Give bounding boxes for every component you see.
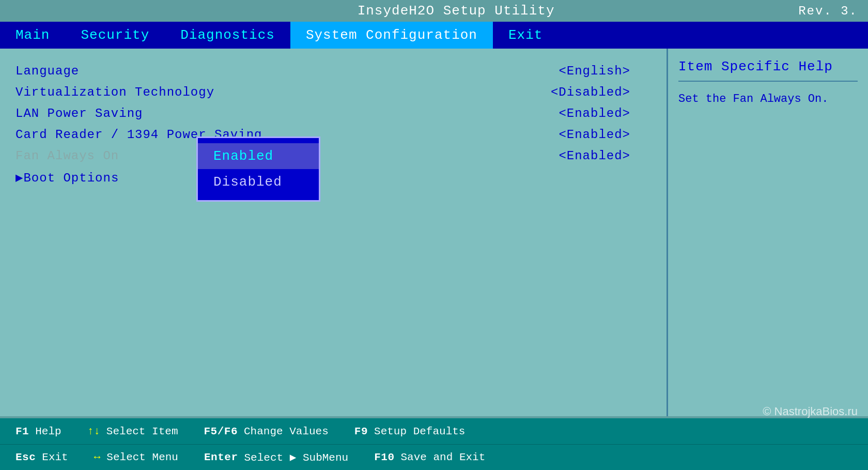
setting-label: LAN Power Saving [16,107,143,120]
setting-row[interactable]: LAN Power Saving<Enabled> [16,107,651,120]
menu-item-diagnostics[interactable]: Diagnostics [165,22,290,49]
app-title: InsydeH2O Setup Utility [114,3,798,19]
dropdown-option[interactable]: Disabled [198,169,319,195]
kb-shortcut: F9Setup Defaults [354,426,466,437]
kb-shortcut: ↑↓Select Item [87,426,178,437]
kb-key: Enter [204,451,238,463]
kb-desc: Select Item [106,426,178,437]
menu-bar: MainSecurityDiagnosticsSystem Configurat… [0,22,868,49]
setting-row[interactable]: ▶Boot Options [16,170,651,185]
dropdown-popup[interactable]: EnabledDisabled [196,137,320,202]
setting-label: ▶Boot Options [16,170,119,185]
setting-label: Fan Always On [16,149,119,163]
dropdown-option[interactable]: Enabled [198,143,319,169]
setting-value: <Disabled> [551,85,630,99]
kb-shortcut: ↔Select Menu [94,451,178,463]
kb-desc: Change Values [244,426,329,437]
kb-shortcut: F5/F6Change Values [204,426,328,437]
kb-desc: Select Menu [106,451,178,463]
settings-list: Language<English>Virtualization Technolo… [16,64,651,185]
kb-desc: Help [35,426,61,437]
setting-row[interactable]: Fan Always On<Enabled> [16,149,651,163]
content-panel: Language<English>Virtualization Technolo… [0,49,667,416]
kb-shortcut: EnterSelect ▶ SubMenu [204,451,348,464]
kb-key: F1 [16,426,29,437]
kb-key: Esc [16,451,36,463]
kb-desc: Select ▶ SubMenu [244,451,348,464]
help-panel: Item Specific Help Set the Fan Always On… [667,49,868,416]
kb-key: F5/F6 [204,426,238,437]
main-area: Language<English>Virtualization Technolo… [0,49,868,416]
bottom-bar-1: F1Help↑↓Select ItemF5/F6Change ValuesF9S… [0,418,868,444]
kb-desc: Exit [42,451,68,463]
revision: Rev. 3. [798,4,858,18]
setting-row[interactable]: Card Reader / 1394 Power Saving<Enabled> [16,128,651,142]
kb-desc: Setup Defaults [374,426,465,437]
menu-item-system-configuration[interactable]: System Configuration [290,22,493,49]
setting-label: Language [16,64,79,78]
setting-row[interactable]: Virtualization Technology<Disabled> [16,85,651,99]
title-bar: InsydeH2O Setup Utility Rev. 3. [0,0,868,22]
setting-value: <Enabled> [559,128,630,142]
kb-key: ↔ [94,451,101,463]
kb-shortcut: F10Save and Exit [374,451,485,463]
setting-row[interactable]: Language<English> [16,64,651,78]
bottom-bars: F1Help↑↓Select ItemF5/F6Change ValuesF9S… [0,418,868,470]
menu-item-exit[interactable]: Exit [493,22,558,49]
kb-desc: Save and Exit [400,451,485,463]
bottom-bar-2: EscExit↔Select MenuEnterSelect ▶ SubMenu… [0,444,868,470]
setting-value: <Enabled> [559,107,630,120]
help-panel-title: Item Specific Help [678,59,858,82]
kb-key: F10 [374,451,394,463]
menu-item-security[interactable]: Security [65,22,165,49]
kb-shortcut: EscExit [16,451,68,463]
setting-value: <English> [559,64,630,78]
kb-key: F9 [354,426,368,437]
setting-label: Virtualization Technology [16,85,214,99]
setting-value: <Enabled> [559,149,630,163]
watermark: © NastrojkaBios.ru [763,405,858,418]
menu-item-main[interactable]: Main [0,22,65,49]
help-panel-text: Set the Fan Always On. [678,90,858,108]
kb-key: ↑↓ [87,426,100,437]
kb-shortcut: F1Help [16,426,61,437]
